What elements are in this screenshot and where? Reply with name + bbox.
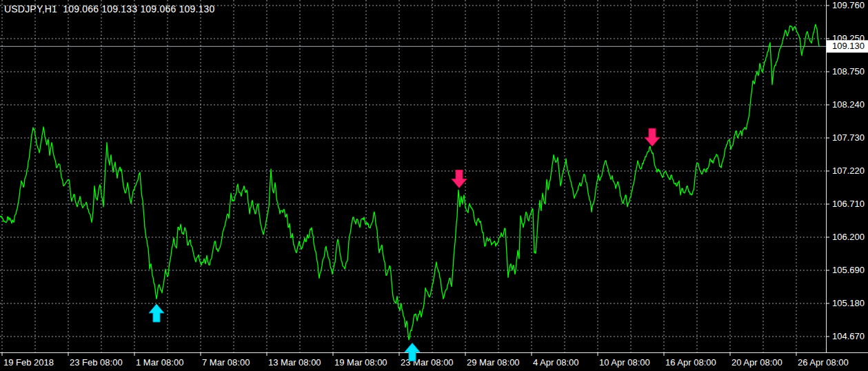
y-axis-label: 106.200 <box>832 232 865 242</box>
x-axis-label: 19 Feb 2018 <box>3 357 54 368</box>
x-axis-label: 29 Mar 08:00 <box>467 357 520 368</box>
chart-window: 109.760109.250108.750108.240107.730107.2… <box>0 0 868 371</box>
y-axis-label: 108.240 <box>832 99 865 110</box>
x-axis-label: 1 Mar 08:00 <box>136 357 183 368</box>
y-axis-label: 104.670 <box>832 331 865 341</box>
y-axis-label: 107.730 <box>832 132 865 143</box>
x-axis-label: 13 Mar 08:00 <box>268 357 321 368</box>
y-axis-label: 106.710 <box>832 199 865 209</box>
x-axis-label: 23 Mar 08:00 <box>401 357 454 368</box>
symbol-ohlc-title: USDJPY,H1 109.066 109.133 109.066 109.13… <box>4 3 215 14</box>
x-axis-label: 26 Apr 08:00 <box>798 357 849 368</box>
x-axis-label: 23 Feb 08:00 <box>70 357 123 368</box>
y-axis-label: 107.220 <box>832 166 865 176</box>
x-axis-label: 10 Apr 08:00 <box>599 357 650 368</box>
price-chart-canvas[interactable]: 109.760109.250108.750108.240107.730107.2… <box>0 0 868 371</box>
y-axis-label: 108.750 <box>832 66 865 77</box>
x-axis-label: 19 Mar 08:00 <box>334 357 387 368</box>
y-axis-label: 105.690 <box>832 265 865 275</box>
x-axis-label: 7 Mar 08:00 <box>202 357 250 368</box>
x-axis-label: 4 Apr 08:00 <box>533 357 579 368</box>
x-axis-label: 16 Apr 08:00 <box>665 357 716 368</box>
y-axis-label: 109.760 <box>832 0 865 10</box>
x-axis-label: 20 Apr 08:00 <box>731 357 783 368</box>
current-price-label: 109.130 <box>832 41 865 51</box>
y-axis-label: 105.180 <box>832 298 865 308</box>
chart-background <box>0 0 868 371</box>
